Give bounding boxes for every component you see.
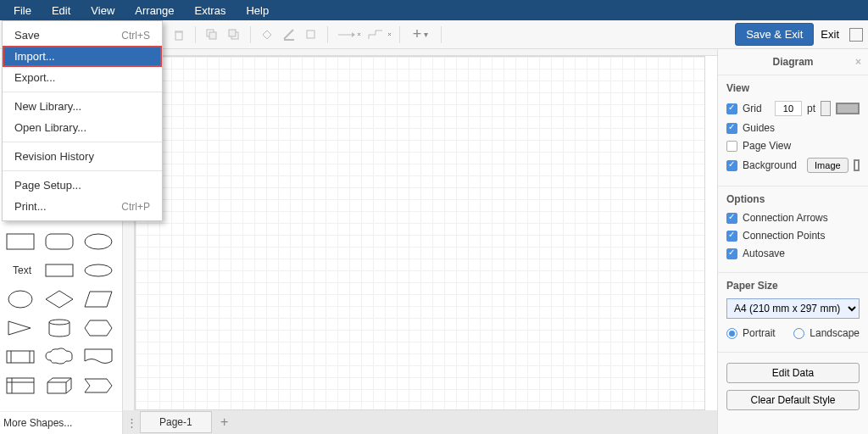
connection-icon[interactable]: [333, 24, 364, 46]
radio-portrait[interactable]: [726, 328, 737, 339]
svg-rect-0: [175, 32, 182, 40]
background-color-swatch[interactable]: [854, 159, 860, 171]
edit-data-button[interactable]: Edit Data: [726, 363, 860, 383]
add-page-button[interactable]: +: [212, 415, 237, 430]
shape-hexagon[interactable]: [81, 315, 115, 341]
delete-icon[interactable]: [168, 24, 190, 46]
shape-document[interactable]: [81, 344, 115, 370]
shape-rectangle-alt[interactable]: [42, 258, 76, 283]
fill-color-icon[interactable]: [256, 24, 278, 46]
shape-cube[interactable]: [42, 373, 76, 398]
panel-tab-label: Diagram: [772, 56, 813, 68]
to-front-icon[interactable]: [201, 24, 223, 46]
section-options: Options: [726, 193, 860, 205]
svg-point-11: [85, 234, 112, 249]
menu-help[interactable]: Help: [236, 1, 279, 20]
checkbox-page-view[interactable]: [726, 141, 737, 152]
separator: [195, 26, 196, 43]
svg-point-15: [49, 320, 70, 325]
shape-rounded-rect[interactable]: [42, 229, 76, 254]
checkbox-grid[interactable]: [726, 103, 737, 114]
shape-oval[interactable]: [3, 287, 37, 312]
paper-size-select[interactable]: A4 (210 mm x 297 mm): [726, 298, 860, 319]
label-conn-arrows: Connection Arrows: [743, 212, 828, 224]
svg-point-13: [85, 264, 112, 276]
separator: [327, 26, 328, 43]
line-color-icon[interactable]: [278, 24, 300, 46]
menu-edit[interactable]: Edit: [42, 1, 81, 20]
section-view: View: [726, 82, 860, 94]
shape-rhombus[interactable]: [42, 287, 76, 312]
fullscreen-icon[interactable]: [849, 28, 863, 42]
add-icon[interactable]: +▾: [405, 24, 436, 46]
svg-rect-5: [229, 30, 236, 36]
page-menu-icon[interactable]: ⋮: [123, 416, 140, 429]
menu-item-new-library[interactable]: New Library...: [3, 96, 162, 117]
label-conn-points: Connection Points: [743, 230, 825, 242]
close-icon[interactable]: ×: [855, 56, 861, 68]
shape-text-label[interactable]: Text: [3, 258, 37, 283]
clear-style-button[interactable]: Clear Default Style: [726, 390, 860, 410]
shape-rectangle[interactable]: [3, 229, 37, 254]
grid-stepper[interactable]: [821, 101, 831, 116]
menu-arrange[interactable]: Arrange: [125, 1, 184, 20]
menu-separator: [3, 142, 162, 142]
menu-item-page-setup[interactable]: Page Setup...: [3, 175, 162, 196]
save-exit-button[interactable]: Save & Exit: [735, 23, 814, 46]
label-grid: Grid: [743, 103, 762, 114]
checkbox-conn-points[interactable]: [726, 231, 737, 242]
menu-view[interactable]: View: [81, 1, 125, 20]
menu-separator: [3, 170, 162, 171]
menu-item-export[interactable]: Export...: [3, 67, 162, 88]
exit-button[interactable]: Exit: [814, 24, 846, 45]
canvas-grid[interactable]: [135, 56, 705, 410]
svg-rect-7: [307, 31, 314, 38]
label-background: Background: [743, 159, 797, 171]
label-page-view: Page View: [743, 140, 791, 152]
more-shapes-button[interactable]: More Shapes...: [0, 411, 122, 434]
shape-process[interactable]: [3, 344, 37, 370]
shadow-icon[interactable]: [300, 24, 322, 46]
menu-item-print[interactable]: Print...Ctrl+P: [3, 196, 162, 217]
menu-item-revision-history[interactable]: Revision History: [3, 146, 162, 167]
menu-item-import[interactable]: Import...: [3, 46, 162, 67]
separator: [441, 26, 442, 43]
menu-file[interactable]: File: [3, 1, 42, 20]
canvas[interactable]: ⋮ Page-1 +: [123, 49, 717, 434]
ruler-horizontal: [135, 49, 717, 56]
grid-size-input[interactable]: [775, 101, 802, 116]
checkbox-guides[interactable]: [726, 123, 737, 134]
menu-item-open-library[interactable]: Open Library...: [3, 117, 162, 138]
page-tab-1[interactable]: Page-1: [140, 411, 212, 433]
radio-landscape[interactable]: [793, 328, 804, 339]
shape-ellipse-alt[interactable]: [81, 258, 115, 283]
grid-unit: pt: [807, 103, 815, 114]
menu-item-save[interactable]: SaveCtrl+S: [3, 25, 162, 46]
menu-extras[interactable]: Extras: [185, 1, 236, 20]
menu-separator: [3, 92, 162, 92]
label-autosave: Autosave: [743, 248, 785, 259]
shape-step[interactable]: [81, 373, 115, 398]
shape-parallelogram[interactable]: [81, 287, 115, 312]
svg-rect-19: [7, 378, 34, 393]
shape-internal-storage[interactable]: [3, 373, 37, 398]
label-portrait: Portrait: [743, 327, 776, 339]
label-landscape: Landscape: [810, 327, 860, 339]
checkbox-conn-arrows[interactable]: [726, 213, 737, 224]
waypoint-icon[interactable]: [364, 24, 394, 46]
shape-cloud[interactable]: [42, 344, 76, 370]
checkbox-autosave[interactable]: [726, 248, 737, 259]
svg-point-14: [8, 291, 32, 308]
image-button[interactable]: Image: [807, 158, 849, 173]
shape-cylinder[interactable]: [42, 315, 76, 341]
separator: [399, 26, 400, 43]
file-menu-dropdown: SaveCtrl+S Import... Export... New Libra…: [2, 20, 163, 221]
section-paper-size: Paper Size: [726, 280, 860, 292]
panel-tab-diagram[interactable]: Diagram ×: [718, 49, 868, 75]
shape-triangle[interactable]: [3, 315, 37, 341]
shape-ellipse[interactable]: [81, 229, 115, 254]
to-back-icon[interactable]: [223, 24, 245, 46]
checkbox-background[interactable]: [726, 160, 737, 171]
menubar: File Edit View Arrange Extras Help: [0, 0, 868, 20]
grid-color-swatch[interactable]: [836, 103, 860, 114]
